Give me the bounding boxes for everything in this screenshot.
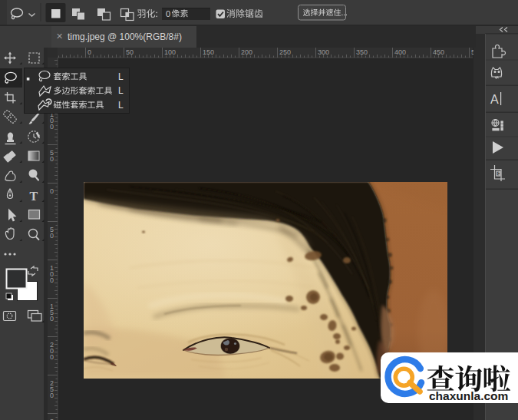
svg-text:0: 0 [50, 276, 54, 284]
svg-text:L: L [118, 100, 124, 111]
svg-text:150: 150 [203, 48, 214, 56]
svg-text:0: 0 [50, 123, 54, 131]
svg-text:250: 250 [279, 48, 291, 56]
svg-text:A: A [490, 93, 499, 106]
svg-text:0: 0 [50, 315, 54, 322]
svg-text:0: 0 [50, 392, 54, 399]
svg-text:0: 0 [87, 48, 91, 56]
svg-text:C: C [497, 171, 500, 176]
svg-text:300: 300 [318, 48, 329, 56]
svg-text:0: 0 [50, 155, 54, 163]
svg-text:0: 0 [50, 232, 54, 240]
svg-text:0: 0 [50, 353, 54, 361]
svg-text:chaxunla.com: chaxunla.com [429, 389, 508, 402]
svg-text:L: L [118, 85, 124, 96]
svg-text:100: 100 [164, 48, 176, 56]
svg-text:400: 400 [394, 48, 406, 56]
svg-text:350: 350 [356, 48, 368, 56]
svg-text:T: T [30, 190, 38, 203]
svg-text:450: 450 [433, 48, 444, 56]
svg-text:0: 0 [50, 187, 54, 195]
svg-text:timg.jpeg @ 100%(RGB/8#): timg.jpeg @ 100%(RGB/8#) [68, 31, 182, 42]
svg-text:50: 50 [126, 48, 134, 56]
svg-text:0: 0 [166, 9, 170, 18]
svg-text:200: 200 [241, 48, 252, 56]
svg-text:✕: ✕ [56, 31, 63, 41]
svg-text:L: L [118, 71, 124, 82]
